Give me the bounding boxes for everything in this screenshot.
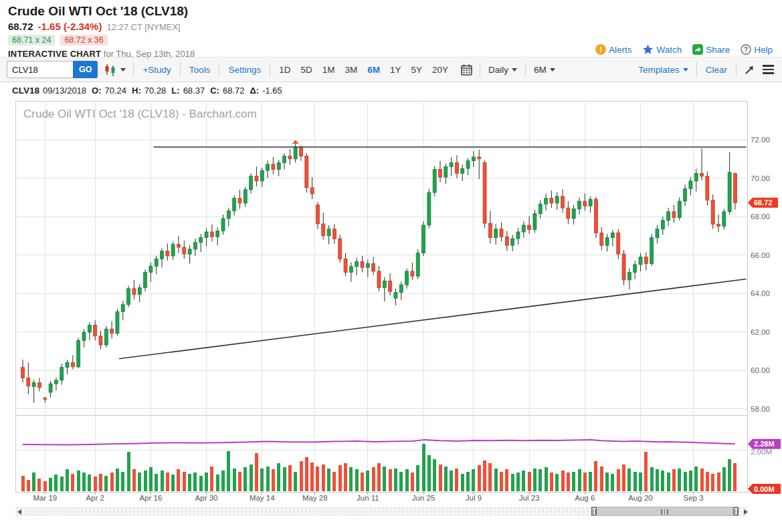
range-button-1d[interactable]: 1D — [276, 65, 293, 75]
delta-value: -1.65 — [262, 86, 282, 96]
ask-value: 68.72 x 36 — [60, 35, 107, 45]
svg-text:72.00: 72.00 — [751, 136, 770, 144]
scrollbar-left-arrow-icon[interactable] — [17, 509, 21, 515]
candlestick-type-icon — [104, 63, 117, 76]
scrollbar-right-handle[interactable] — [733, 507, 739, 515]
toolbar-divider — [180, 62, 181, 77]
frequency-dropdown[interactable]: Daily — [486, 65, 519, 75]
svg-text:2.28M: 2.28M — [754, 440, 775, 448]
period-value: 6M — [534, 65, 547, 75]
toolbar-divider — [219, 62, 219, 77]
help-label: Help — [754, 45, 773, 55]
svg-text:Jun 25: Jun 25 — [412, 494, 435, 502]
quote-time: 12:27 CT [NYMEX] — [106, 22, 180, 32]
templates-dropdown[interactable]: Templates — [636, 65, 690, 75]
watch-link[interactable]: Watch — [642, 44, 682, 55]
go-button[interactable]: GO — [73, 61, 98, 78]
range-button-1m[interactable]: 1M — [320, 65, 338, 75]
svg-text:60.00: 60.00 — [751, 366, 770, 374]
price-change: -1.65 (-2.34%) — [38, 21, 102, 32]
svg-text:Crude Oil WTI Oct '18 (CLV18): Crude Oil WTI Oct '18 (CLV18) - Barchart… — [23, 108, 257, 120]
svg-text:Jul 23: Jul 23 — [519, 494, 540, 502]
quote-line: 68.72 -1.65 (-2.34%) 12:27 CT [NYMEX] — [8, 21, 774, 32]
frequency-value: Daily — [488, 65, 508, 75]
tools-button[interactable]: Tools — [187, 65, 213, 75]
chart-type-dropdown[interactable] — [102, 63, 127, 76]
scrollbar-right-arrow-icon[interactable] — [744, 509, 748, 515]
page-title: Crude Oil WTI Oct '18 (CLV18) — [8, 4, 774, 19]
chart-area: Mar 19Apr 2Apr 16Apr 30May 14May 28Jun 1… — [0, 100, 782, 519]
range-button-5d[interactable]: 5D — [298, 65, 314, 75]
watch-label: Watch — [656, 45, 682, 55]
range-button-6m-active[interactable]: 6M — [365, 65, 383, 75]
svg-text:58.00: 58.00 — [751, 405, 770, 413]
alert-icon: ! — [595, 44, 606, 55]
scrollbar-thumb[interactable] — [591, 507, 739, 516]
range-button-3m[interactable]: 3M — [342, 65, 360, 75]
templates-label: Templates — [638, 65, 680, 75]
svg-text:!: ! — [599, 45, 602, 53]
open-value: 70.24 — [105, 86, 127, 96]
toolbar-divider — [696, 62, 697, 77]
svg-text:Apr 16: Apr 16 — [139, 494, 162, 502]
calendar-button[interactable] — [460, 64, 474, 76]
alerts-link[interactable]: ! Alerts — [595, 44, 632, 55]
low-value: 68.37 — [183, 86, 205, 96]
svg-text:66.00: 66.00 — [751, 251, 770, 259]
chart-h-scrollbar[interactable] — [0, 505, 782, 518]
help-icon: ? — [741, 44, 751, 55]
star-icon — [642, 44, 654, 55]
last-price: 68.72 — [8, 21, 33, 32]
svg-text:May 14: May 14 — [250, 494, 275, 502]
svg-text:64.00: 64.00 — [751, 289, 770, 297]
scrollbar-left-handle[interactable] — [591, 507, 597, 515]
range-button-5y[interactable]: 5Y — [409, 65, 425, 75]
range-button-1y[interactable]: 1Y — [387, 65, 404, 75]
help-link[interactable]: ? Help — [741, 44, 773, 55]
svg-text:Apr 30: Apr 30 — [195, 494, 218, 502]
toolbar-divider — [270, 62, 270, 77]
add-study-button[interactable]: +Study — [140, 65, 173, 75]
pop-out-chart-button[interactable] — [743, 64, 757, 76]
svg-text:?: ? — [744, 46, 748, 53]
chart-toolbar: GO +Study Tools Settings 1D 5D 1M 3M 6M … — [0, 57, 782, 82]
bid-value: 68.71 x 24 — [8, 35, 55, 45]
svg-text:Apr 2: Apr 2 — [86, 494, 104, 502]
toolbar-divider — [525, 62, 526, 77]
svg-text:Jun 11: Jun 11 — [357, 494, 379, 502]
share-label: Share — [706, 45, 730, 55]
header-divider — [0, 57, 782, 57]
symbol-input[interactable] — [7, 61, 73, 78]
calendar-icon — [461, 64, 472, 76]
svg-text:0.00M: 0.00M — [754, 485, 775, 493]
clear-button[interactable]: Clear — [703, 65, 730, 75]
svg-text:Sep 3: Sep 3 — [684, 494, 704, 502]
toolbar-divider — [480, 62, 480, 77]
svg-text:68.00: 68.00 — [751, 213, 770, 221]
chevron-down-icon — [683, 68, 688, 72]
high-value: 70.28 — [144, 86, 167, 96]
low-label: L: — [171, 86, 179, 96]
svg-text:Mar 19: Mar 19 — [33, 494, 57, 502]
high-label: H: — [132, 86, 141, 96]
quote-header: Crude Oil WTI Oct '18 (CLV18) 68.72 -1.6… — [0, 0, 782, 57]
chart-canvas[interactable]: Mar 19Apr 2Apr 16Apr 30May 14May 28Jun 1… — [0, 100, 782, 505]
readout-symbol: CLV18 — [12, 86, 39, 96]
chevron-down-icon — [512, 68, 517, 72]
open-label: O: — [92, 86, 101, 96]
menu-button[interactable] — [761, 63, 775, 76]
svg-text:62.00: 62.00 — [751, 328, 770, 336]
delta-label: Δ: — [250, 86, 259, 96]
svg-text:May 28: May 28 — [302, 494, 328, 502]
alerts-label: Alerts — [609, 45, 632, 55]
scrollbar-grip-icon — [661, 509, 668, 515]
svg-text:Aug 20: Aug 20 — [628, 494, 652, 502]
settings-button[interactable]: Settings — [225, 65, 264, 75]
chevron-down-icon — [550, 68, 555, 72]
chevron-down-icon — [120, 68, 126, 72]
period-dropdown[interactable]: 6M — [532, 65, 557, 75]
svg-text:70.00: 70.00 — [751, 174, 770, 182]
svg-text:Aug 6: Aug 6 — [575, 494, 595, 502]
share-link[interactable]: Share — [692, 44, 730, 55]
range-button-20y[interactable]: 20Y — [429, 65, 451, 75]
